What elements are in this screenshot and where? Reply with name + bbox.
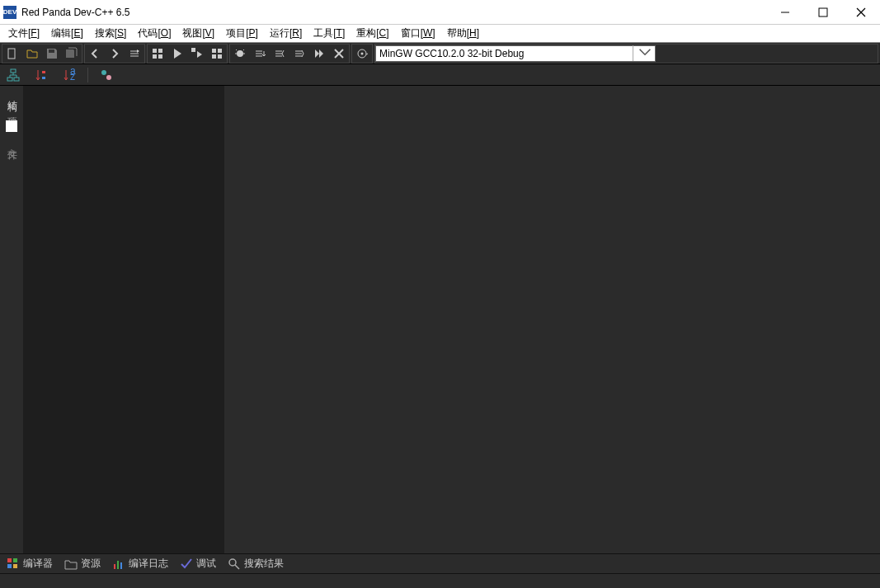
menu-edit[interactable]: 编辑[E] — [46, 25, 88, 42]
compiler-select-value: MinGW GCC10.2.0 32-bit Debug — [379, 48, 524, 59]
forward-button[interactable] — [105, 45, 125, 63]
svg-point-15 — [237, 50, 243, 57]
svg-rect-9 — [158, 54, 162, 59]
check-icon — [180, 557, 193, 571]
svg-line-19 — [243, 49, 244, 50]
status-bar — [0, 573, 880, 588]
svg-rect-14 — [218, 54, 222, 59]
bars-icon — [112, 557, 125, 571]
close-button[interactable] — [842, 0, 880, 25]
step-out-button[interactable] — [289, 45, 309, 63]
minimize-button[interactable] — [766, 0, 804, 25]
tab-search-results[interactable]: 搜索结果 — [228, 557, 284, 571]
menu-window[interactable]: 窗口[W] — [396, 25, 440, 42]
rebuild-button[interactable] — [207, 45, 227, 63]
svg-rect-40 — [13, 564, 17, 568]
menu-run[interactable]: 运行[R] — [265, 25, 307, 42]
svg-rect-25 — [7, 78, 12, 81]
compile-button[interactable] — [148, 45, 167, 63]
menu-project[interactable]: 项目[P] — [221, 25, 263, 42]
menu-code[interactable]: 代码[O] — [133, 25, 176, 42]
svg-rect-37 — [7, 558, 12, 562]
menu-refactor[interactable]: 重构[C] — [351, 25, 393, 42]
svg-rect-38 — [13, 558, 17, 562]
svg-rect-43 — [120, 562, 122, 569]
svg-rect-39 — [7, 564, 12, 568]
project-box-icon — [6, 120, 17, 132]
inherit-toggle-button[interactable] — [3, 66, 23, 84]
svg-rect-13 — [212, 54, 216, 59]
svg-point-23 — [361, 52, 364, 54]
svg-point-35 — [101, 70, 106, 75]
svg-rect-5 — [49, 49, 54, 53]
main-toolbar: MinGW GCC10.2.0 32-bit Debug — [0, 43, 880, 64]
chevron-down-icon — [633, 45, 652, 61]
svg-rect-41 — [114, 564, 115, 569]
svg-rect-26 — [14, 78, 19, 81]
svg-rect-8 — [153, 54, 157, 59]
menu-file[interactable]: 文件[F] — [3, 25, 45, 42]
menubar: 文件[F] 编辑[E] 搜索[S] 代码[O] 视图[V] 项目[P] 运行[R… — [0, 25, 880, 43]
grid-icon — [7, 557, 20, 571]
sort-alpha-button[interactable]: az — [59, 66, 79, 84]
secondary-toolbar: az — [0, 64, 880, 86]
menu-view[interactable]: 视图[V] — [177, 25, 219, 42]
menu-tools[interactable]: 工具[T] — [308, 25, 350, 42]
svg-rect-7 — [158, 49, 162, 53]
continue-button[interactable] — [309, 45, 329, 63]
svg-rect-24 — [11, 69, 16, 73]
svg-rect-31 — [42, 71, 45, 73]
compile-run-button[interactable] — [187, 45, 207, 63]
tab-project[interactable]: 项目 — [2, 104, 22, 117]
svg-point-36 — [106, 75, 111, 80]
debug-button[interactable] — [230, 45, 250, 63]
run-button[interactable] — [167, 45, 187, 63]
svg-rect-12 — [218, 49, 222, 53]
menu-help[interactable]: 帮助[H] — [442, 25, 484, 42]
step-into-button[interactable] — [270, 45, 289, 63]
svg-rect-1 — [819, 8, 827, 16]
structure-panel[interactable] — [23, 86, 224, 553]
svg-rect-4 — [8, 49, 15, 59]
tab-structure[interactable]: 结构 — [2, 87, 22, 101]
stop-button[interactable] — [329, 45, 349, 63]
class-browser-button[interactable] — [96, 66, 116, 84]
save-button[interactable] — [42, 45, 62, 63]
back-button[interactable] — [85, 45, 105, 63]
svg-rect-42 — [117, 561, 119, 569]
debug-target-button[interactable] — [352, 45, 372, 63]
window-title: Red Panda Dev-C++ 6.5 — [21, 7, 766, 18]
titlebar: DEV Red Panda Dev-C++ 6.5 — [0, 0, 880, 25]
folder-icon — [64, 557, 78, 571]
compiler-select[interactable]: MinGW GCC10.2.0 32-bit Debug — [375, 45, 656, 62]
tab-compiler[interactable]: 编译器 — [7, 557, 53, 571]
tab-compile-log[interactable]: 编译日志 — [112, 557, 168, 571]
main-area: 结构 项目 文件 — [0, 86, 880, 553]
tab-files[interactable]: 文件 — [2, 135, 22, 148]
svg-rect-32 — [42, 77, 45, 79]
menu-search[interactable]: 搜索[S] — [90, 25, 132, 42]
svg-line-45 — [235, 565, 239, 569]
editor-area[interactable] — [224, 86, 880, 553]
svg-rect-11 — [212, 49, 216, 53]
tab-resources[interactable]: 资源 — [64, 557, 101, 571]
svg-rect-6 — [153, 49, 157, 53]
step-over-button[interactable] — [250, 45, 270, 63]
svg-point-44 — [229, 559, 236, 566]
sort-type-button[interactable] — [31, 66, 51, 84]
svg-line-18 — [236, 49, 237, 50]
bottom-tab-strip: 编译器 资源 编译日志 调试 搜索结果 — [0, 553, 880, 573]
new-file-button[interactable] — [2, 45, 22, 63]
app-icon: DEV — [3, 6, 16, 19]
save-all-button[interactable] — [62, 45, 82, 63]
open-file-button[interactable] — [22, 45, 42, 63]
maximize-button[interactable] — [804, 0, 842, 25]
left-tab-strip: 结构 项目 文件 — [0, 86, 23, 553]
tab-debug[interactable]: 调试 — [180, 557, 216, 571]
svg-rect-10 — [191, 48, 195, 52]
goto-button[interactable] — [125, 45, 144, 63]
search-icon — [228, 557, 241, 571]
svg-text:z: z — [70, 71, 75, 82]
